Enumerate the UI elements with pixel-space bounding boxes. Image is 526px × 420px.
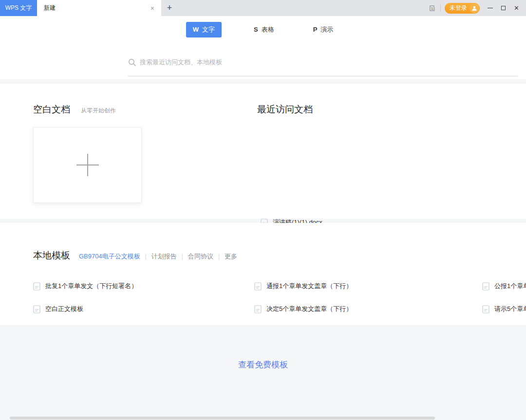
document-icon: [254, 282, 262, 291]
blank-document-title: 空白文档: [33, 103, 70, 116]
search-input[interactable]: 搜索最近访问文档、本地模板: [128, 58, 222, 67]
template-name: 批复1个章单发文（下行短署名）: [45, 282, 137, 291]
nav-tab-writer[interactable]: W 文字: [186, 22, 222, 37]
window-count-number: 1: [431, 6, 433, 11]
window-count-icon[interactable]: 1: [427, 4, 436, 13]
view-free-templates-link[interactable]: 查看免费模板: [0, 359, 526, 370]
document-icon: [33, 305, 40, 313]
presentation-glyph-icon: P: [313, 26, 318, 33]
search-icon: [128, 58, 136, 67]
titlebar-spacer: [178, 0, 427, 16]
template-name: 公报1个章单发文盖章（下行）: [494, 282, 526, 291]
login-badge-label: 未登录: [450, 4, 467, 12]
template-name: 空白正文模板: [45, 305, 83, 313]
writer-glyph-icon: W: [193, 26, 199, 33]
template-grid: 批复1个章单发文（下行短署名） 通报1个章单发文盖章（下行） 公报1个章单发: [33, 281, 526, 314]
avatar-icon: [470, 3, 479, 13]
close-button[interactable]: ✕: [510, 2, 523, 15]
wps-app-menu-button[interactable]: WPS 文字: [0, 0, 37, 16]
search-underline: [128, 76, 518, 76]
recent-documents-title: 最近访问文档: [257, 103, 313, 116]
search-placeholder: 搜索最近访问文档、本地模板: [140, 58, 222, 67]
login-badge[interactable]: 未登录: [445, 3, 480, 14]
minimize-button[interactable]: [484, 2, 497, 15]
template-filter-contract[interactable]: 合同协议: [188, 252, 213, 261]
maximize-icon: [501, 6, 506, 10]
template-item[interactable]: 请示5个章单发文盖章（下行）: [482, 304, 526, 314]
template-filter-more[interactable]: 更多: [225, 252, 237, 261]
template-item[interactable]: 通报1个章单发文盖章（下行）: [254, 281, 482, 291]
document-icon: [482, 282, 489, 291]
template-name: 决定5个章单发文盖章（下行）: [266, 305, 352, 313]
template-item[interactable]: 决定5个章单发文盖章（下行）: [254, 304, 482, 314]
template-name: 请示5个章单发文盖章（下行）: [494, 305, 526, 313]
horizontal-scrollbar[interactable]: [10, 417, 435, 420]
footer-section: 查看免费模板: [0, 325, 526, 420]
filter-separator: |: [182, 253, 183, 260]
spreadsheet-glyph-icon: S: [254, 26, 258, 33]
document-icon: [33, 282, 40, 291]
nav-tab-writer-label: 文字: [202, 25, 215, 34]
create-blank-document-card[interactable]: [33, 127, 142, 203]
titlebar-divider: [440, 4, 441, 12]
local-templates-section: 本地模板 GB9704电子公文模板 | 计划报告 | 合同协议 | 更多 批复1…: [0, 223, 526, 325]
tab-close-icon[interactable]: ×: [149, 4, 156, 13]
new-tab-button[interactable]: +: [161, 0, 178, 16]
template-filter-gb9704[interactable]: GB9704电子公文模板: [79, 252, 140, 261]
section-divider: [0, 79, 526, 84]
minimize-icon: [488, 8, 493, 8]
titlebar: WPS 文字 新建 × + 1 未登录: [0, 0, 526, 16]
template-item[interactable]: 批复1个章单发文（下行短署名）: [33, 281, 254, 291]
new-document-section: 空白文档 从零开始创作 最近访问文档 演讲稿(1)(1).docx 伙伴云思路.…: [0, 84, 526, 219]
filter-separator: |: [145, 253, 147, 260]
document-icon: [482, 305, 489, 313]
nav-tab-spreadsheet[interactable]: S 表格: [247, 22, 281, 37]
search-section: 搜索最近访问文档、本地模板: [0, 43, 526, 79]
blank-document-subtitle: 从零开始创作: [81, 107, 116, 115]
plus-icon: [76, 154, 99, 176]
nav-tab-presentation-label: 演示: [320, 25, 333, 34]
document-tab-title: 新建: [44, 4, 56, 12]
template-filter-plan-report[interactable]: 计划报告: [151, 252, 177, 261]
document-icon: [254, 305, 262, 313]
filter-separator: |: [218, 253, 220, 260]
maximize-button[interactable]: [497, 2, 510, 15]
template-item[interactable]: 空白正文模板: [33, 304, 254, 314]
document-tab-new[interactable]: 新建 ×: [37, 0, 161, 16]
app-type-nav: W 文字 S 表格 P 演示: [0, 16, 526, 43]
nav-tab-presentation[interactable]: P 演示: [306, 22, 340, 37]
template-item[interactable]: 公报1个章单发文盖章（下行）: [482, 281, 526, 291]
local-templates-title: 本地模板: [33, 249, 70, 262]
template-name: 通报1个章单发文盖章（下行）: [266, 282, 352, 291]
nav-tab-spreadsheet-label: 表格: [262, 25, 274, 34]
